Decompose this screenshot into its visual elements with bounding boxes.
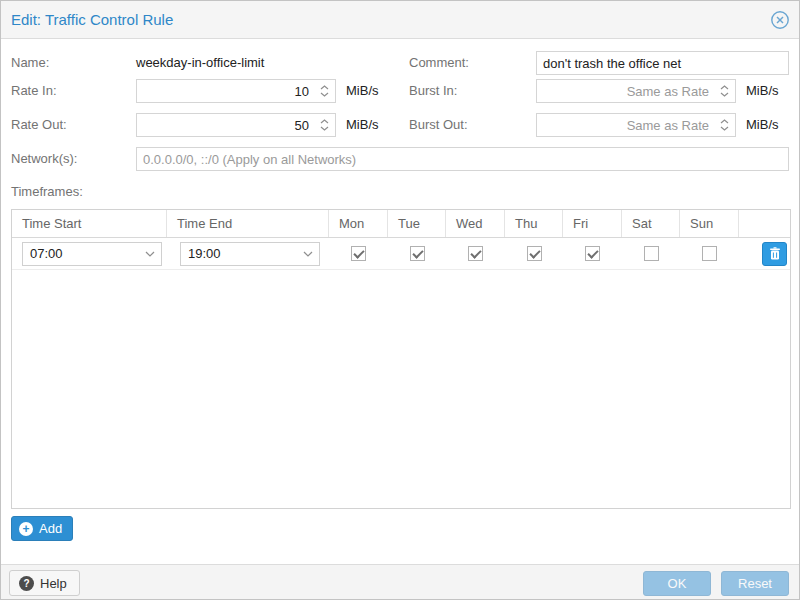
rate-out-spinner-field — [136, 113, 336, 137]
burst-in-spin-buttons[interactable] — [713, 80, 735, 102]
comment-label: Comment: — [409, 51, 469, 75]
time-start-value: 07:00 — [23, 246, 139, 261]
chevron-down-icon[interactable] — [297, 251, 319, 257]
time-end-value: 19:00 — [181, 246, 297, 261]
rate-out-spin-buttons[interactable] — [313, 114, 335, 136]
column-header-tue[interactable]: Tue — [388, 210, 446, 237]
add-button-label: Add — [39, 521, 62, 536]
plus-circle-icon: + — [19, 522, 33, 536]
timeframes-grid-header: Time Start Time End Mon Tue Wed Thu Fri … — [12, 210, 790, 238]
dialog-title: Edit: Traffic Control Rule — [11, 1, 173, 39]
time-start-combobox[interactable]: 07:00 — [22, 242, 162, 266]
column-header-mon[interactable]: Mon — [329, 210, 388, 237]
column-header-time-end[interactable]: Time End — [167, 210, 329, 237]
column-header-sun[interactable]: Sun — [680, 210, 739, 237]
ok-button[interactable]: OK — [643, 571, 711, 596]
chevron-up-icon — [720, 119, 729, 124]
rate-in-label: Rate In: — [11, 79, 57, 103]
time-end-combobox[interactable]: 19:00 — [180, 242, 320, 266]
checkbox-tue[interactable] — [410, 246, 425, 261]
help-button[interactable]: ? Help — [9, 570, 80, 596]
rate-in-input[interactable] — [137, 80, 313, 102]
help-button-label: Help — [40, 576, 67, 591]
edit-traffic-control-rule-dialog: Edit: Traffic Control Rule Name: weekday… — [0, 0, 800, 600]
rate-out-input[interactable] — [137, 114, 313, 136]
row-rate-in-burst-in: Rate In: MiB/s Burst In: MiB/s — [1, 79, 799, 103]
trash-icon — [769, 247, 781, 260]
checkbox-fri[interactable] — [585, 246, 600, 261]
rate-out-unit: MiB/s — [346, 113, 379, 137]
column-header-fri[interactable]: Fri — [563, 210, 622, 237]
checkbox-sun[interactable] — [702, 246, 717, 261]
burst-in-label: Burst In: — [409, 79, 457, 103]
burst-in-spinner-field — [536, 79, 736, 103]
rate-in-spinner-field — [136, 79, 336, 103]
networks-field[interactable] — [136, 147, 789, 171]
column-header-thu[interactable]: Thu — [505, 210, 563, 237]
dialog-footer: ? Help OK Reset — [1, 564, 799, 599]
column-header-wed[interactable]: Wed — [446, 210, 505, 237]
timeframes-label: Timeframes: — [11, 180, 83, 204]
chevron-down-icon — [720, 126, 729, 131]
checkbox-thu[interactable] — [527, 246, 542, 261]
row-rate-out-burst-out: Rate Out: MiB/s Burst Out: MiB/s — [1, 113, 799, 137]
row-name-comment: Name: weekday-in-office-limit Comment: — [1, 51, 799, 75]
rate-out-label: Rate Out: — [11, 113, 67, 137]
column-header-sat[interactable]: Sat — [622, 210, 680, 237]
chevron-down-icon — [720, 92, 729, 97]
name-label: Name: — [11, 51, 49, 75]
dialog-titlebar: Edit: Traffic Control Rule — [1, 1, 799, 39]
close-icon[interactable] — [770, 10, 790, 30]
chevron-up-icon — [320, 119, 329, 124]
burst-out-spin-buttons[interactable] — [713, 114, 735, 136]
chevron-up-icon — [320, 85, 329, 90]
chevron-up-icon — [720, 85, 729, 90]
rate-in-unit: MiB/s — [346, 79, 379, 103]
column-header-actions — [739, 210, 790, 237]
add-button[interactable]: + Add — [11, 516, 73, 541]
delete-row-button[interactable] — [762, 242, 787, 266]
rate-in-spin-buttons[interactable] — [313, 80, 335, 102]
comment-field[interactable] — [536, 51, 789, 75]
row-networks: Network(s): — [1, 147, 799, 171]
burst-out-input[interactable] — [537, 114, 713, 136]
timeframes-grid: Time Start Time End Mon Tue Wed Thu Fri … — [11, 209, 791, 509]
networks-label: Network(s): — [11, 147, 77, 171]
reset-button[interactable]: Reset — [721, 571, 789, 596]
question-circle-icon: ? — [19, 576, 34, 591]
timeframe-row: 07:00 19:00 — [12, 238, 790, 270]
burst-in-unit: MiB/s — [746, 79, 779, 103]
burst-out-label: Burst Out: — [409, 113, 468, 137]
column-header-time-start[interactable]: Time Start — [12, 210, 167, 237]
checkbox-sat[interactable] — [644, 246, 659, 261]
burst-out-spinner-field — [536, 113, 736, 137]
chevron-down-icon — [320, 92, 329, 97]
chevron-down-icon — [320, 126, 329, 131]
checkbox-wed[interactable] — [468, 246, 483, 261]
chevron-down-icon[interactable] — [139, 251, 161, 257]
burst-out-unit: MiB/s — [746, 113, 779, 137]
checkbox-mon[interactable] — [351, 246, 366, 261]
burst-in-input[interactable] — [537, 80, 713, 102]
name-value: weekday-in-office-limit — [136, 51, 264, 75]
